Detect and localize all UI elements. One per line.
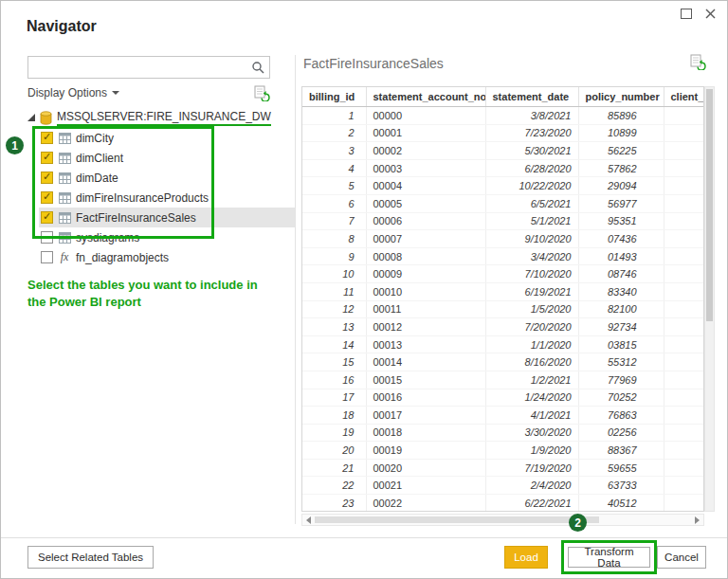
table-cell: 6/19/2021 <box>485 282 578 300</box>
table-cell <box>664 318 703 336</box>
table-cell: 77969 <box>578 371 664 389</box>
maximize-icon[interactable] <box>681 9 692 19</box>
search-icon[interactable] <box>246 61 269 74</box>
checkbox[interactable] <box>41 172 53 184</box>
table-icon <box>58 232 71 244</box>
table-cell: 00007 <box>366 230 485 248</box>
table-cell <box>664 142 703 160</box>
checkbox[interactable] <box>41 152 53 164</box>
table-cell: 3/30/2020 <box>485 424 578 442</box>
tree-item-dimFireInsuranceProducts[interactable]: dimFireInsuranceProducts <box>27 188 295 208</box>
column-header: statement_date <box>485 87 578 107</box>
table-cell: 22 <box>302 477 366 495</box>
tree-item-label: fn_diagramobjects <box>76 251 169 264</box>
tree-item-fn_diagramobjects[interactable]: fxfn_diagramobjects <box>27 247 295 267</box>
transform-data-button[interactable]: Transform Data <box>568 547 650 568</box>
checkbox[interactable] <box>41 191 53 204</box>
function-icon: fx <box>58 250 71 264</box>
table-cell: 3/8/2021 <box>485 107 578 125</box>
table-cell: 13 <box>302 318 366 336</box>
tree-item-sysdiagrams[interactable]: sysdiagrams <box>27 227 295 247</box>
panel-divider <box>295 55 296 524</box>
table-icon <box>58 172 71 184</box>
tree-root-database[interactable]: MSSQLSERVER:FIRE_INSURANCE_DW <box>27 107 295 128</box>
step2-badge: 2 <box>569 514 587 532</box>
checkbox[interactable] <box>41 211 53 224</box>
table-row: 18000174/1/202176863 <box>302 407 703 425</box>
load-button[interactable]: Load <box>504 546 548 569</box>
table-cell: 20 <box>302 442 366 460</box>
table-row: 3000025/30/202156225 <box>302 142 703 160</box>
table-cell: 01493 <box>578 247 664 265</box>
database-label: MSSQLSERVER:FIRE_INSURANCE_DW <box>57 110 271 126</box>
expand-arrow-icon[interactable] <box>27 114 35 121</box>
tree-item-label: sysdiagrams <box>76 231 139 244</box>
table-cell: 3 <box>302 142 366 160</box>
refresh-icon[interactable] <box>254 85 270 101</box>
select-related-tables-button[interactable]: Select Related Tables <box>27 546 154 569</box>
table-cell: 3/4/2020 <box>485 247 578 265</box>
table-cell <box>664 300 703 318</box>
annotation-text: Select the tables you want to include in… <box>27 277 266 310</box>
tree-items: dimCitydimClientdimDatedimFireInsuranceP… <box>27 128 295 267</box>
table-cell: 7 <box>302 212 366 230</box>
scroll-right-icon[interactable] <box>695 516 700 524</box>
vertical-scrollbar-thumb[interactable] <box>706 89 713 321</box>
tree-item-dimDate[interactable]: dimDate <box>27 168 295 188</box>
vertical-scrollbar[interactable] <box>704 86 715 512</box>
horizontal-scrollbar-thumb[interactable] <box>315 516 599 523</box>
table-cell: 11 <box>302 282 366 300</box>
table-icon <box>58 153 71 164</box>
tree-item-label: dimDate <box>76 172 118 185</box>
tree-item-label: FactFireInsuranceSales <box>76 211 196 225</box>
table-header-row: billing_idstatement_account_nostatement_… <box>302 87 703 107</box>
cancel-button[interactable]: Cancel <box>657 546 706 569</box>
tree-item-dimCity[interactable]: dimCity <box>27 128 295 148</box>
checkbox[interactable] <box>41 231 53 244</box>
table-cell: 6 <box>302 194 366 212</box>
tree-item-dimClient[interactable]: dimClient <box>27 148 295 168</box>
search-input[interactable] <box>28 61 246 74</box>
table-cell <box>664 353 703 371</box>
tree-item-label: dimCity <box>76 132 114 145</box>
display-options-row: Display Options <box>27 83 270 102</box>
table-cell: 02256 <box>578 424 664 442</box>
preview-options-icon[interactable] <box>690 54 706 70</box>
horizontal-scrollbar[interactable] <box>301 514 704 526</box>
table-icon <box>58 192 71 204</box>
checkbox[interactable] <box>41 251 53 263</box>
table-cell: 8/16/2020 <box>485 353 578 371</box>
table-cell: 92734 <box>578 318 664 336</box>
table-cell: 8 <box>302 230 366 248</box>
table-cell: 5/30/2021 <box>485 142 578 160</box>
table-cell: 85896 <box>578 107 664 125</box>
table-cell: 00014 <box>366 353 485 371</box>
close-icon[interactable] <box>705 9 716 19</box>
chevron-down-icon <box>112 91 119 95</box>
checkbox[interactable] <box>41 132 53 144</box>
table-cell: 55312 <box>578 353 664 371</box>
table-cell: 76863 <box>578 407 664 425</box>
table-cell: 1/5/2020 <box>485 300 578 318</box>
display-options-dropdown[interactable]: Display Options <box>27 86 119 100</box>
table-cell: 00017 <box>366 407 485 425</box>
table-row: 1000003/8/202185896 <box>302 107 703 125</box>
table-cell: 00002 <box>366 142 485 160</box>
table-icon <box>58 212 71 224</box>
table-cell <box>664 247 703 265</box>
table-cell: 63733 <box>578 477 664 495</box>
table-row: 21000207/19/202059655 <box>302 459 703 477</box>
tree-item-label: dimFireInsuranceProducts <box>76 191 209 205</box>
navigator-dialog: Navigator Display Options MSSQLSER <box>0 0 728 579</box>
table-row: 22000212/4/202063733 <box>302 477 703 495</box>
navigation-tree: MSSQLSERVER:FIRE_INSURANCE_DW dimCitydim… <box>27 107 295 267</box>
tree-item-FactFireInsuranceSales[interactable]: FactFireInsuranceSales <box>39 208 295 227</box>
table-row: 12000111/5/202082100 <box>302 300 703 318</box>
table-cell: 00005 <box>366 194 485 212</box>
table-cell: 14 <box>302 335 366 353</box>
table-row: 14000131/1/202003815 <box>302 335 703 353</box>
scroll-left-icon[interactable] <box>306 516 311 524</box>
table-row: 9000083/4/202001493 <box>302 247 703 265</box>
table-cell: 00021 <box>366 477 485 495</box>
window-controls <box>681 9 716 19</box>
